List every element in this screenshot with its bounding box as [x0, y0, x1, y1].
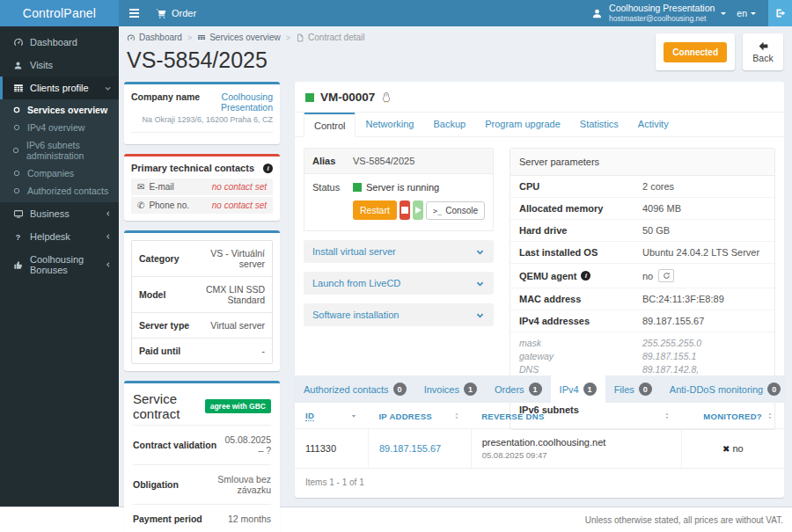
ip-address-link[interactable]: 89.187.155.67 [379, 443, 441, 454]
page-footer: Unless otherwise stated, all prices are … [0, 506, 792, 532]
sidebar-item-visits[interactable]: Visits [0, 54, 119, 77]
sidebar-item-clients-profile[interactable]: Clients profile [0, 77, 119, 99]
tab-label: Orders [495, 384, 524, 395]
column-header-monitored[interactable]: MONITORED? [681, 403, 784, 429]
param-value: 89.187.155.67 [642, 316, 766, 326]
breadcrumb-services-overview[interactable]: Services overview [197, 33, 281, 42]
sidebar-item-ipv4-overview[interactable]: IPv4 overview [0, 119, 119, 136]
breadcrumb-dashboard[interactable]: Dashboard [127, 33, 182, 42]
column-header-reverse-dns[interactable]: REVERSE DNS [471, 403, 681, 429]
start-button[interactable] [413, 200, 423, 220]
sidebar-item-coolhousing-bonuses[interactable]: Coolhousing Bonuses [0, 248, 119, 281]
detail-value: - [262, 346, 266, 356]
linux-penguin-icon [381, 91, 392, 104]
person-icon [12, 61, 24, 70]
company-card: Company name Coolhousing Presentation Na… [124, 82, 280, 144]
column-header-id[interactable]: ID [295, 403, 368, 429]
count-badge: 1 [464, 383, 477, 396]
sidebar-item-authorized-contacts[interactable]: Authorized contacts [0, 182, 119, 200]
thumbs-up-icon [12, 260, 24, 270]
tab-invoices[interactable]: Invoices 1 [415, 375, 486, 403]
language-selector[interactable]: en [737, 8, 768, 18]
vm-header: VM-00007 [295, 82, 784, 113]
chevron-down-icon [475, 247, 485, 257]
mail-icon: ✉ [137, 182, 144, 192]
refresh-button[interactable] [658, 269, 674, 282]
navbar: Order Coolhousing Presentation hostmaste… [119, 0, 792, 26]
column-header-ip-address[interactable]: IP ADDRESS [368, 403, 471, 429]
sort-icon[interactable] [664, 412, 671, 420]
accordion-install-virtual-server[interactable]: Install virtual server [304, 240, 494, 263]
cell-monitored: ✖no [681, 429, 784, 469]
sidebar-item-dashboard[interactable]: Dashboard [0, 31, 119, 54]
logout-button[interactable] [768, 0, 792, 26]
accordion-launch-livecd[interactable]: Launch from LiveCD [304, 272, 494, 295]
circle-icon [11, 106, 21, 114]
vat-note: Unless otherwise stated, all prices are … [585, 515, 783, 525]
info-icon[interactable] [263, 164, 273, 173]
detail-value: CMX LIN SSD Standard [171, 284, 265, 305]
subrow-value: 255.255.255.0 [642, 337, 766, 350]
connected-button[interactable]: Connected [664, 42, 727, 62]
param-value: Ubuntu 24.04.2 LTS Server [642, 247, 766, 258]
table-icon [197, 33, 206, 42]
tab-statistics[interactable]: Statistics [570, 113, 628, 136]
cell-id: 111330 [295, 429, 368, 469]
detail-label: Paid until [139, 346, 180, 356]
tab-antiddos-monitoring[interactable]: Anti-DDoS monitoring 0 [661, 375, 789, 403]
sidebar-item-ipv6-subnets[interactable]: IPv6 subnets administration [0, 136, 119, 164]
circle-icon [11, 169, 21, 178]
column-label[interactable]: ID [305, 411, 314, 421]
column-label: IP ADDRESS [378, 412, 432, 421]
columns: Company name Coolhousing Presentation Na… [124, 82, 784, 506]
count-badge: 0 [393, 383, 407, 396]
info-icon[interactable] [581, 271, 590, 281]
app-logo[interactable]: ControlPanel [0, 0, 119, 26]
sort-desc-icon[interactable] [350, 412, 357, 419]
tab-program-upgrade[interactable]: Program upgrade [475, 113, 570, 136]
sidebar-item-label: Coolhousing Bonuses [30, 254, 99, 275]
detail-row-paid-until: Paid until - [132, 338, 272, 363]
tab-activity[interactable]: Activity [628, 113, 678, 136]
screen-icon [12, 208, 24, 219]
contract-row-obligation: Obligation Smlouva bez závazku [133, 464, 271, 504]
sort-icon[interactable] [453, 412, 460, 420]
tab-orders[interactable]: Orders 1 [486, 375, 551, 403]
back-button[interactable]: Back [743, 33, 783, 70]
sidebar-item-companies[interactable]: Companies [0, 164, 119, 182]
question-icon: ? [12, 232, 24, 242]
tab-ipv4[interactable]: IPv4 1 [551, 375, 605, 403]
menu-toggle-icon[interactable] [119, 0, 149, 26]
gauge-icon [127, 33, 136, 42]
stop-button[interactable] [400, 200, 410, 220]
back-label: Back [752, 53, 773, 63]
param-label: IPv4 addresses [519, 316, 642, 326]
tab-control[interactable]: Control [304, 113, 356, 137]
sidebar-item-services-overview[interactable]: Services overview [0, 101, 119, 119]
sidebar-item-helpdesk[interactable]: ? Helpdesk [0, 225, 119, 248]
restart-button[interactable]: Restart [353, 200, 397, 220]
subrow-gateway: gateway 89.187.155.1 [519, 350, 766, 363]
sidebar-item-business[interactable]: Business [0, 202, 119, 225]
contact-value: no contact set [212, 200, 267, 210]
param-row-qemu-agent: QEMU agent no [510, 264, 774, 288]
tab-authorized-contacts[interactable]: Authorized contacts 0 [295, 375, 415, 403]
tab-networking[interactable]: Networking [356, 113, 423, 136]
param-row-cpu: CPU 2 cores [510, 176, 774, 198]
sort-icon[interactable] [766, 412, 774, 420]
company-name-label: Company name [131, 91, 200, 113]
alias-card: Alias VS-5854/2025 Status Server is runn… [304, 148, 494, 231]
accordion-software-installation[interactable]: Software installation [304, 303, 494, 326]
breadcrumb-label: Services overview [209, 33, 281, 42]
company-name-link[interactable]: Coolhousing Presentation [205, 91, 273, 113]
param-label: Hard drive [519, 225, 642, 236]
company-card-footer [131, 132, 273, 144]
user-menu[interactable]: Coolhousing Presentation hostmaster@cool… [591, 3, 737, 24]
order-button[interactable]: Order [156, 8, 196, 18]
subrow-value: 89.187.155.1 [642, 350, 766, 363]
console-button[interactable]: Console [426, 201, 485, 220]
status-square-icon [353, 183, 362, 192]
ipv4-table: ID IP ADDRESS [295, 403, 784, 469]
tab-backup[interactable]: Backup [424, 113, 476, 136]
tab-files[interactable]: Files 0 [605, 375, 661, 403]
